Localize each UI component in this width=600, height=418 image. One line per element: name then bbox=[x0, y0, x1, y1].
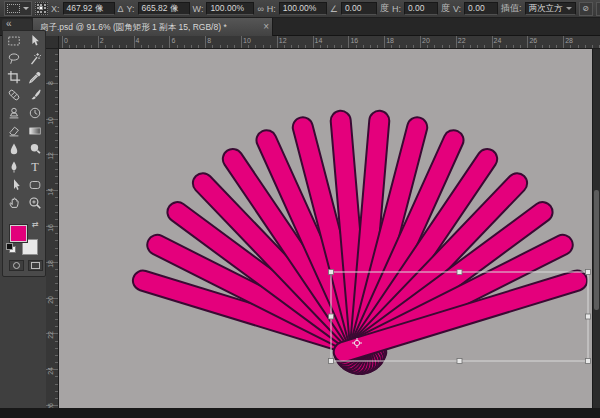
height-label: H: bbox=[267, 4, 276, 14]
gradient-icon bbox=[28, 124, 42, 138]
width-scale-field[interactable]: 100.00% bbox=[206, 2, 254, 15]
document-canvas[interactable] bbox=[59, 49, 592, 408]
tool-blur[interactable] bbox=[3, 140, 24, 158]
lasso-icon bbox=[7, 52, 21, 66]
scrollbar-thumb[interactable] bbox=[594, 190, 599, 310]
transform-handle[interactable] bbox=[457, 359, 462, 364]
options-bar: X: 467.92 像 Δ Y: 665.82 像 W: 100.00% ∞ H… bbox=[0, 0, 600, 18]
link-dimensions-icon[interactable]: ∞ bbox=[257, 4, 263, 14]
tool-type[interactable]: T bbox=[24, 158, 45, 176]
interpolation-label: 插值: bbox=[501, 2, 522, 15]
tool-eyedropper[interactable] bbox=[24, 68, 45, 86]
history-brush-icon bbox=[28, 106, 42, 120]
type-icon: T bbox=[28, 160, 42, 174]
document-title: 扇子.psd @ 91.6% (圆角矩形 1 副本 15, RGB/8) * bbox=[40, 22, 227, 32]
blur-icon bbox=[7, 142, 21, 156]
window-bottom-edge bbox=[0, 408, 600, 418]
tools-collapse-button[interactable]: « bbox=[2, 19, 32, 30]
clone-stamp-icon bbox=[7, 106, 21, 120]
dodge-icon bbox=[28, 142, 42, 156]
hand-icon bbox=[7, 196, 21, 210]
transform-handle[interactable] bbox=[586, 359, 591, 364]
tool-history-brush[interactable] bbox=[24, 104, 45, 122]
switch-colors-icon[interactable]: ⇄ bbox=[32, 220, 39, 229]
tool-eraser[interactable] bbox=[3, 122, 24, 140]
tool-brush[interactable] bbox=[24, 86, 45, 104]
tool-healing-brush[interactable] bbox=[3, 86, 24, 104]
y-position-field[interactable]: 665.82 像 bbox=[138, 2, 190, 15]
brush-icon bbox=[28, 88, 42, 102]
width-label: W: bbox=[193, 4, 204, 14]
horizontal-ruler[interactable]: 0246810121416182022242628 bbox=[59, 36, 600, 49]
transform-handle[interactable] bbox=[329, 359, 334, 364]
transform-handle[interactable] bbox=[329, 314, 334, 319]
chevron-down-icon bbox=[23, 7, 29, 10]
transform-handle[interactable] bbox=[586, 314, 591, 319]
interpolation-value: 两次立方 bbox=[529, 3, 563, 14]
path-selection-icon bbox=[7, 178, 21, 192]
zoom-icon bbox=[28, 196, 42, 210]
tool-pen[interactable] bbox=[3, 158, 24, 176]
tool-clone-stamp[interactable] bbox=[3, 104, 24, 122]
tool-hand[interactable] bbox=[3, 194, 24, 212]
tool-preset-picker[interactable] bbox=[4, 1, 32, 16]
x-position-field[interactable]: 467.92 像 bbox=[63, 2, 115, 15]
skew-h-field[interactable]: 0.00 bbox=[404, 2, 438, 15]
rotate-field[interactable]: 0.00 bbox=[341, 2, 377, 15]
interpolation-dropdown[interactable]: 两次立方 bbox=[525, 2, 576, 15]
fan-artwork bbox=[59, 49, 592, 408]
magic-wand-icon bbox=[28, 52, 42, 66]
tool-dodge[interactable] bbox=[24, 140, 45, 158]
rectangular-marquee-icon bbox=[7, 34, 21, 48]
chevron-down-icon bbox=[566, 7, 572, 10]
reference-point-locator[interactable] bbox=[35, 2, 48, 15]
foreground-color-swatch[interactable] bbox=[10, 225, 27, 242]
move-icon bbox=[28, 34, 42, 48]
transform-handle[interactable] bbox=[457, 270, 462, 275]
tool-zoom[interactable] bbox=[24, 194, 45, 212]
skew-v-field[interactable]: 0.00 bbox=[464, 2, 498, 15]
tool-gradient[interactable] bbox=[24, 122, 45, 140]
transform-handle[interactable] bbox=[586, 270, 591, 275]
document-tab[interactable]: 扇子.psd @ 91.6% (圆角矩形 1 副本 15, RGB/8) * × bbox=[33, 18, 273, 36]
cancel-transform-button[interactable]: ⊘ bbox=[579, 2, 593, 16]
ruler-origin-corner[interactable] bbox=[46, 36, 59, 49]
crop-icon bbox=[7, 70, 21, 84]
vertical-scrollbar[interactable] bbox=[592, 49, 600, 408]
tool-rounded-rectangle[interactable] bbox=[24, 176, 45, 194]
skew-h-label: H: bbox=[392, 4, 401, 14]
screen-mode-button[interactable] bbox=[28, 260, 43, 271]
y-label: Y: bbox=[127, 4, 135, 14]
current-tool-icon bbox=[7, 4, 20, 13]
tab-close-icon[interactable]: × bbox=[263, 18, 269, 35]
vertical-ruler[interactable]: 68101214161820222426 bbox=[46, 49, 59, 408]
default-colors-icon[interactable] bbox=[6, 243, 15, 252]
tools-panel: T ⇄ bbox=[2, 30, 46, 277]
tool-lasso[interactable] bbox=[3, 50, 24, 68]
commit-transform-button[interactable]: ✓ bbox=[596, 2, 600, 16]
x-label: X: bbox=[51, 4, 60, 14]
transform-handle[interactable] bbox=[329, 270, 334, 275]
skew-h-unit-label: 度 bbox=[441, 2, 450, 15]
tool-crop[interactable] bbox=[3, 68, 24, 86]
rotate-unit-label: 度 bbox=[380, 2, 389, 15]
quick-mask-button[interactable] bbox=[9, 260, 24, 271]
rounded-rectangle-icon bbox=[28, 178, 42, 192]
eraser-icon bbox=[7, 124, 21, 138]
skew-v-label: V: bbox=[453, 4, 461, 14]
pen-icon bbox=[7, 160, 21, 174]
relative-position-icon[interactable]: Δ bbox=[118, 4, 124, 14]
healing-brush-icon bbox=[7, 88, 21, 102]
document-tab-bar: 扇子.psd @ 91.6% (圆角矩形 1 副本 15, RGB/8) * × bbox=[0, 18, 600, 36]
svg-text:T: T bbox=[31, 160, 39, 174]
tool-magic-wand[interactable] bbox=[24, 50, 45, 68]
rotate-angle-icon: ∠ bbox=[330, 4, 338, 14]
tool-rectangular-marquee[interactable] bbox=[3, 32, 24, 50]
tool-path-selection[interactable] bbox=[3, 176, 24, 194]
height-scale-field[interactable]: 100.00% bbox=[279, 2, 327, 15]
eyedropper-icon bbox=[28, 70, 42, 84]
tool-move[interactable] bbox=[24, 32, 45, 50]
